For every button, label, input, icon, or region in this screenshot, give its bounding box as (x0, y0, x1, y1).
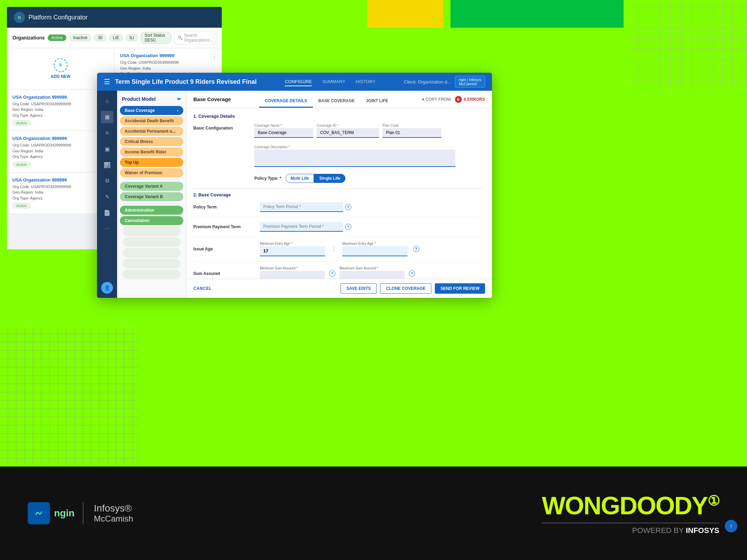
filter-30-btn[interactable]: 30 (94, 34, 106, 41)
pm-item-cancellation[interactable]: Cancellation (120, 216, 183, 225)
cancel-button[interactable]: CANCEL (193, 286, 212, 291)
ngin-text: ngin (54, 508, 74, 519)
pm-item-variant-a[interactable]: Coverage Variant A (120, 182, 183, 191)
pm-item-accidental-perm[interactable]: Accidental Permanent o... (120, 127, 183, 136)
nav-tab-summary[interactable]: SUMMARY (322, 78, 345, 86)
sidebar-icon-edit[interactable]: ✎ (101, 190, 113, 203)
org-menu-1[interactable]: ⋮ (211, 52, 218, 60)
send-for-review-button[interactable]: SEND FOR REVIEW (435, 283, 485, 294)
single-life-btn[interactable]: Single Life (314, 174, 345, 183)
pm-item-base-coverage[interactable]: Base Coverage › (120, 106, 183, 115)
pm-item-waiver-premium[interactable]: Waiver of Premium (120, 168, 183, 177)
filter-lie-btn[interactable]: LIE (109, 34, 123, 41)
max-sum-help-icon[interactable]: ? (409, 270, 415, 277)
pm-empty-3 (123, 248, 181, 258)
min-sum-help-icon[interactable]: ? (329, 270, 335, 277)
premium-payment-label: Premium Payment Term (193, 224, 256, 229)
sidebar-user-avatar[interactable]: 👤 (101, 282, 113, 294)
pm-item-accidental-death[interactable]: Accidental Death Benefit (120, 116, 183, 125)
max-entry-label: Maximum Entry Age * (342, 242, 407, 246)
sidebar-icon-building[interactable]: ▣ (101, 143, 113, 155)
sidebar-icon-grid[interactable]: ⊞ (101, 111, 113, 123)
sidebar-icon-more[interactable]: ··· (101, 222, 113, 235)
pm-item-critical-illness[interactable]: Critical Illness (120, 137, 183, 146)
powered-brand: INFOSYS (686, 526, 719, 535)
min-entry-label: Minimum Entry Age * (260, 242, 325, 246)
sidebar-icon-home[interactable]: ⌂ (101, 95, 113, 107)
sidebar-icon-doc[interactable]: 📄 (101, 206, 113, 219)
product-model-header: Product Model ✏ (117, 91, 186, 105)
orgs-filter-bar: Organizations Active Inactive 30 LIE ILI… (7, 28, 222, 48)
pm-empty-5 (123, 269, 181, 279)
bottom-logo-section: ngin Infosys® McCamish (28, 502, 133, 524)
wongdoody-section: WONGDOODY① POWERED BY INFOSYS (542, 491, 719, 535)
org-detail-4: Org Code: USAPROD3439999999 Geo Region: … (12, 142, 109, 160)
ctab-base-coverage[interactable]: BASE COVERAGE (313, 95, 360, 108)
content-scroll[interactable]: 1. Coverage Details Basic Configuration … (186, 108, 492, 279)
pm-item-variant-b[interactable]: Coverage Variant B (120, 192, 183, 201)
plan-code-label: Plan Code (383, 124, 441, 127)
infosys-badge-label: ngin | InfosysMcCamish (459, 78, 481, 86)
pm-item-income-benefit[interactable]: Income Benefit Rider (120, 148, 183, 157)
min-entry-age-field: Minimum Entry Age * (260, 242, 325, 256)
coverage-name-input[interactable] (254, 128, 313, 138)
clone-coverage-button[interactable]: CLONE COVERAGE (380, 283, 431, 294)
nav-tab-history[interactable]: HISTORY (356, 78, 376, 86)
sort-btn[interactable]: Sort Status DESC (141, 32, 172, 44)
hamburger-icon[interactable]: ☰ (104, 78, 110, 86)
product-model-edit-icon[interactable]: ✏ (177, 96, 181, 102)
panel-title: Term Single Life Product 9 Riders Revise… (115, 78, 257, 86)
ctab-coverage-details[interactable]: COVERAGE DETAILS (259, 95, 313, 108)
pm-item-top-up[interactable]: Top Up (120, 158, 183, 167)
divider-1 (193, 188, 485, 189)
wongdoody-circle: ① (708, 493, 719, 508)
panel-footer: CANCEL SAVE EDITS CLONE COVERAGE SEND FO… (186, 279, 492, 298)
premium-payment-input[interactable] (260, 222, 343, 232)
min-entry-input[interactable] (260, 246, 325, 256)
pm-empty-4 (123, 259, 181, 268)
save-edits-button[interactable]: SAVE EDITS (341, 283, 377, 294)
max-sum-field: Maximum Sum Assured * (340, 266, 405, 279)
infosys-badge: ngin | InfosysMcCamish (455, 76, 485, 88)
multi-life-btn[interactable]: Multi Life (285, 174, 314, 183)
copy-from-button[interactable]: ▾ COPY FROM (422, 97, 450, 102)
pm-item-administration[interactable]: Administration (120, 206, 183, 215)
sidebar-icon-chart[interactable]: 📊 (101, 159, 113, 171)
cross-pattern-top-right (629, 0, 747, 90)
sum-assured-label: Sum Assured (193, 271, 256, 276)
sum-assured-row: Sum Assured Minimum Sum Assured * ? Maxi… (193, 266, 485, 279)
ctab-joint-life[interactable]: JOINT LIFE (360, 95, 394, 108)
issue-age-help-icon[interactable]: ? (413, 246, 419, 252)
filter-active-btn[interactable]: Active (47, 34, 67, 41)
scroll-up-button[interactable]: ↑ (725, 520, 737, 532)
coverage-desc-textarea[interactable] (254, 150, 455, 167)
sidebar-icon-table[interactable]: ≡ (101, 127, 113, 139)
errors-button[interactable]: 6 6 ERRORS (455, 96, 485, 103)
green-deco-box (450, 0, 624, 28)
org-status-6: Active (12, 203, 30, 208)
policy-term-help-icon[interactable]: ? (345, 204, 351, 210)
yellow-deco-box (367, 0, 443, 28)
coverage-id-label: Coverage ID * (317, 124, 379, 127)
filter-ili-btn[interactable]: ILI (126, 34, 138, 41)
coverage-desc-label: Coverage Description * (254, 145, 290, 149)
pm-chevron-base: › (177, 108, 178, 113)
plan-code-input[interactable] (383, 128, 441, 138)
premium-payment-help-icon[interactable]: ? (345, 224, 351, 230)
org-label: Client: Organization d... (404, 79, 451, 85)
policy-term-input[interactable] (260, 202, 343, 212)
min-sum-input[interactable] (260, 271, 325, 279)
max-entry-input[interactable] (342, 246, 407, 256)
sidebar-icon-copy[interactable]: ⧉ (101, 175, 113, 187)
coverage-name-group: Coverage Name * (254, 124, 313, 138)
org-name-4: USA Organization 999999 (12, 136, 109, 141)
filter-inactive-btn[interactable]: Inactive (69, 34, 91, 41)
search-org-input[interactable]: 🔍 Search Organizations... (174, 31, 216, 44)
coverage-id-input[interactable] (317, 128, 379, 138)
coverage-id-group: Coverage ID * (317, 124, 379, 138)
content-area: Base Coverage COVERAGE DETAILS BASE COVE… (186, 91, 492, 298)
policy-type-row: Policy Type: * Multi Life Single Life (193, 174, 485, 183)
nav-tab-configure[interactable]: CONFIGURE (285, 78, 312, 86)
max-sum-input[interactable] (340, 271, 405, 279)
section1-heading: 1. Coverage Details (193, 114, 485, 119)
